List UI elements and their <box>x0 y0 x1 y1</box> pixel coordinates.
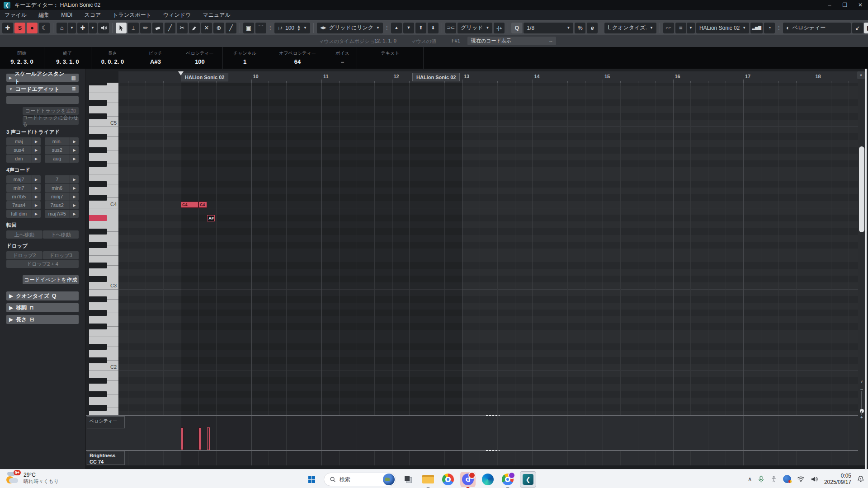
piano-black-key[interactable] <box>89 83 107 85</box>
chord-play-icon[interactable]: ▶ <box>32 210 41 218</box>
section-transpose[interactable]: ▶ 移調 ⊓ <box>6 303 79 312</box>
piano-black-key[interactable] <box>89 113 107 119</box>
divider-handle[interactable] <box>486 450 500 451</box>
lane-divider[interactable] <box>86 415 858 416</box>
info-field-6[interactable]: オフベロシティー64 <box>267 47 328 69</box>
weather-widget[interactable]: 9+ 29°C 晴れ時々くもり <box>5 471 59 485</box>
piano-black-key[interactable] <box>89 242 107 248</box>
zoom-in-icon[interactable]: + <box>860 415 863 420</box>
chord-play-icon[interactable]: ▶ <box>70 137 79 145</box>
track-select[interactable]: HALion Sonic 02▼ <box>696 23 749 33</box>
drop-button-1[interactable]: ドロップ3 <box>43 251 79 259</box>
cc-lane-label[interactable]: Brightness CC 74 <box>87 451 125 465</box>
pin-tracks-dropdown[interactable]: ▼ <box>89 23 97 33</box>
close-button[interactable]: ✕ <box>853 0 868 10</box>
record-in-editor-button[interactable]: ● <box>27 23 38 33</box>
horizontal-scrollbar[interactable] <box>86 465 865 469</box>
menu-item-6[interactable]: マニュアル <box>203 11 230 19</box>
notification-bell-icon[interactable]: z <box>857 475 864 483</box>
cubase-taskbar-icon[interactable]: ❮ <box>520 471 536 488</box>
piano-black-key[interactable] <box>89 378 107 384</box>
timeline-ruler[interactable]: 101112131415161718HALion Sonic 02HALion … <box>118 71 858 83</box>
curve-editing-button[interactable]: ⌒ <box>255 23 266 33</box>
microphone-icon[interactable] <box>758 475 764 483</box>
piano-black-key[interactable] <box>89 405 107 411</box>
search-box[interactable]: 検索 <box>324 473 396 486</box>
chord-play-icon[interactable]: ▶ <box>32 175 41 183</box>
chord-play-icon[interactable]: ▶ <box>32 192 41 201</box>
info-field-1[interactable]: 終了9. 3. 1. 0 <box>44 47 91 69</box>
speaker-tray-icon[interactable] <box>811 476 818 483</box>
insert-velocity-control[interactable]: ↓♪ 100 ▲▼ ▼ <box>274 23 310 33</box>
chord-button-maj7[interactable]: maj7▶ <box>6 175 41 183</box>
info-field-5[interactable]: チャンネル1 <box>223 47 267 69</box>
snap-type-select[interactable]: グリッド▼ <box>458 23 492 33</box>
edit-mode-button[interactable]: ≡ <box>675 23 686 33</box>
piano-black-key[interactable] <box>89 134 107 140</box>
chord-button-aug[interactable]: aug▶ <box>45 155 79 163</box>
zoom-out-icon[interactable]: – <box>860 386 863 391</box>
info-field-4[interactable]: ベロシティー100 <box>177 47 223 69</box>
menu-item-2[interactable]: MIDI <box>61 12 72 18</box>
zoom-tool[interactable]: ⊕ <box>213 23 224 33</box>
chord-button-7[interactable]: 7▶ <box>45 175 79 183</box>
wifi-icon[interactable] <box>797 476 805 482</box>
independent-loop-button[interactable]: ⌐⌐ <box>663 23 674 33</box>
quantize-panel-button[interactable]: e <box>587 23 598 33</box>
erase-tool[interactable] <box>152 23 163 33</box>
section-chord-edit[interactable]: ▼ コードエディット ≣ <box>6 85 79 93</box>
line-tool[interactable]: ╱ <box>226 23 236 33</box>
info-field-3[interactable]: ピッチA#3 <box>134 47 177 69</box>
time-display-button[interactable]: ◔ <box>764 23 775 33</box>
drop24-button[interactable]: ドロップ2 + 4 <box>6 260 79 268</box>
chord-play-icon[interactable]: ▶ <box>70 192 79 201</box>
add-chord-track-button[interactable]: コードトラックを追加 <box>23 107 79 115</box>
divider-handle[interactable] <box>486 415 500 416</box>
chord-button-min6[interactable]: min6▶ <box>45 184 79 192</box>
chord-button-7sus2[interactable]: 7sus2▶ <box>45 201 79 209</box>
menu-item-3[interactable]: スコア <box>84 11 101 19</box>
chord-play-icon[interactable]: ▶ <box>70 184 79 192</box>
info-field-8[interactable]: テキスト <box>357 47 424 69</box>
open-in-lower-zone-button[interactable]: ↙ <box>852 23 863 33</box>
vertical-zoom-slider[interactable]: – + <box>858 385 865 421</box>
piano-black-key[interactable] <box>89 276 107 282</box>
chord-button-fulldim[interactable]: full dim▶ <box>6 210 41 218</box>
app-sphere-icon[interactable] <box>783 475 791 483</box>
chord-button-m7b5[interactable]: m7/b5▶ <box>6 192 41 201</box>
chord-button-min[interactable]: min.▶ <box>45 137 79 145</box>
snap-mode-button[interactable]: -|+ <box>494 23 505 33</box>
velocity-bar[interactable] <box>207 427 210 450</box>
velocity-lane-label[interactable]: ベロシティー <box>87 416 125 428</box>
chord-button-minj7[interactable]: minj7▶ <box>45 192 79 201</box>
chord-button-7sus4[interactable]: 7sus4▶ <box>6 201 41 209</box>
chord-button-sus2[interactable]: sus2▶ <box>45 146 79 154</box>
chord-play-icon[interactable]: ▶ <box>70 146 79 154</box>
iterative-quantize-button[interactable]: % <box>575 23 585 33</box>
file-explorer-icon[interactable] <box>420 472 436 487</box>
scroll-down-icon[interactable]: ∨ <box>858 380 865 384</box>
ruler-options-button[interactable]: ▼ <box>857 71 865 79</box>
audition-button[interactable] <box>98 23 109 33</box>
edge-icon[interactable] <box>480 472 495 487</box>
inversion-button-1[interactable]: 下へ移動 <box>43 230 79 239</box>
menu-item-1[interactable]: 編集 <box>38 11 49 19</box>
transpose-up-button[interactable]: ▲ <box>391 23 402 33</box>
piano-black-key[interactable] <box>89 263 107 268</box>
start-button[interactable] <box>304 472 319 487</box>
quantize-preset-select[interactable]: 1/8▼ <box>524 23 573 33</box>
spinner-icon[interactable]: ▲▼ <box>297 25 301 31</box>
piano-black-key[interactable] <box>89 344 107 350</box>
menu-item-5[interactable]: ウィンドウ <box>163 11 191 19</box>
chord-play-icon[interactable]: ▶ <box>32 201 41 209</box>
length-quantize-select[interactable]: L クオンタイズ.▼ <box>604 23 656 33</box>
discord-icon[interactable]: ᗡ <box>460 472 476 487</box>
piano-keyboard[interactable]: C5C4C3C2 <box>89 83 118 416</box>
chord-button-min7[interactable]: min7▶ <box>6 184 41 192</box>
transpose-down-button[interactable]: ▼ <box>403 23 414 33</box>
chord-play-icon[interactable]: ▶ <box>32 146 41 154</box>
scrollbar-thumb[interactable] <box>859 146 864 232</box>
tray-chevron-icon[interactable]: ∧ <box>748 476 752 482</box>
piano-black-key[interactable] <box>89 181 107 187</box>
section-length[interactable]: ▶ 長さ ⊟ <box>6 315 79 324</box>
